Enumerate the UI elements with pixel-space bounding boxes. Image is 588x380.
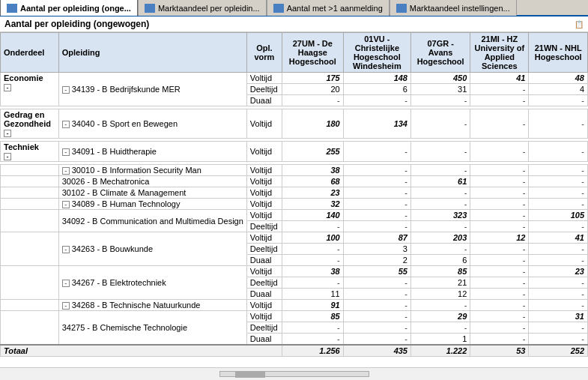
cell-value: 41 <box>470 73 529 84</box>
cell-value: 148 <box>343 73 410 84</box>
cell-value: - <box>529 334 588 346</box>
cell-value: - <box>529 199 588 210</box>
cell-value: - <box>343 187 410 199</box>
tab-marktaandeel-opleiding[interactable]: Marktaandeel per opleidin... <box>138 0 267 16</box>
cell-value: - <box>410 142 470 162</box>
cell-onderdeel <box>1 210 59 232</box>
cell-value: - <box>343 277 410 289</box>
cell-value: - <box>410 221 470 232</box>
cell-value: - <box>470 322 529 334</box>
scrollbar-thumb[interactable] <box>235 372 265 378</box>
cell-vorm: Duaal <box>246 95 282 106</box>
opl-collapse-icon[interactable]: - <box>62 201 70 208</box>
cell-vorm: Deeltijd <box>246 322 282 334</box>
cell-value: - <box>529 255 588 266</box>
opl-collapse-icon[interactable]: - <box>62 302 70 310</box>
cell-value: - <box>470 199 529 210</box>
cell-opleiding: - 34267 - B Elektrotechniek <box>58 266 246 300</box>
cell-value: - <box>529 95 588 106</box>
opl-collapse-icon[interactable]: - <box>62 121 70 128</box>
table-row: Economie-- 34139 - B Bedrijfskunde MERVo… <box>1 73 588 84</box>
table-row: - 30010 - B Information Security ManVolt… <box>1 165 588 176</box>
cell-value: - <box>470 210 529 221</box>
cell-onderdeel <box>1 300 59 311</box>
cell-value: - <box>343 142 410 162</box>
tab-aantal-aanmelding[interactable]: Aantal met >1 aanmelding <box>267 0 390 16</box>
opl-collapse-icon[interactable]: - <box>62 148 70 156</box>
tab-icon-1 <box>7 4 17 13</box>
cell-opleiding: 30026 - B Mechatronica <box>58 176 246 187</box>
cell-value: - <box>343 176 410 187</box>
horizontal-scrollbar[interactable] <box>0 367 588 379</box>
cell-opleiding: - 34091 - B Huidtherapie <box>58 142 246 162</box>
cell-value: - <box>343 199 410 210</box>
cell-value: 38 <box>282 165 343 176</box>
cell-onderdeel <box>1 176 59 187</box>
cell-value: - <box>470 311 529 322</box>
cell-value: - <box>470 109 529 139</box>
cell-value: - <box>470 95 529 106</box>
opl-collapse-icon[interactable]: - <box>62 246 70 253</box>
col-header-27um: 27UM - De Haagse Hogeschool <box>282 33 343 73</box>
cell-opleiding: - 34263 - B Bouwkunde <box>58 232 246 266</box>
opl-collapse-icon[interactable]: - <box>62 167 70 175</box>
col-header-oplvorm: Opl. vorm <box>246 33 282 73</box>
tab-label-4: Marktaandeel instellingen... <box>410 4 510 13</box>
cell-value: 6 <box>343 84 410 95</box>
cell-vorm: Duaal <box>246 289 282 300</box>
tab-aantal-opleiding[interactable]: Aantal per opleiding (onge... <box>0 0 138 16</box>
cell-value: - <box>470 266 529 277</box>
cell-value: - <box>343 322 410 334</box>
cell-opleiding: - 34268 - B Technische Natuurkunde <box>58 300 246 311</box>
tab-marktaandeel-instellingen[interactable]: Marktaandeel instellingen... <box>390 0 517 16</box>
cell-value: - <box>529 289 588 300</box>
cell-value: 2 <box>343 255 410 266</box>
table-row: - 34267 - B ElektrotechniekVoltijd385585… <box>1 266 588 277</box>
cell-onderdeel: Techniek- <box>1 142 59 162</box>
cell-value: 23 <box>282 187 343 199</box>
collapse-icon[interactable]: - <box>4 84 11 91</box>
cell-opleiding: - 34040 - B Sport en Bewegen <box>58 109 246 139</box>
cell-vorm: Voltijd <box>246 142 282 162</box>
cell-value: - <box>282 95 343 106</box>
cell-opleiding: 34092 - B Communication and Multimedia D… <box>58 210 246 232</box>
table-row: Gedrag en Gezondheid-- 34040 - B Sport e… <box>1 109 588 139</box>
cell-value: - <box>470 300 529 311</box>
collapse-icon[interactable]: - <box>4 153 11 160</box>
cell-value: - <box>470 255 529 266</box>
opl-collapse-icon[interactable]: - <box>62 280 70 287</box>
cell-vorm: Voltijd <box>246 210 282 221</box>
cell-vorm: Voltijd <box>246 176 282 187</box>
cell-vorm: Voltijd <box>246 300 282 311</box>
cell-value: - <box>282 322 343 334</box>
cell-value: - <box>343 95 410 106</box>
total-label: Totaal <box>1 345 282 357</box>
cell-onderdeel <box>1 266 59 300</box>
cell-value: 38 <box>282 266 343 277</box>
total-value: 1.222 <box>410 345 470 357</box>
cell-vorm: Voltijd <box>246 187 282 199</box>
cell-value: - <box>529 322 588 334</box>
tab-icon-2 <box>145 4 155 13</box>
cell-value: 91 <box>282 300 343 311</box>
opl-collapse-icon[interactable]: - <box>62 86 70 94</box>
collapse-icon[interactable]: - <box>4 130 11 137</box>
cell-value: - <box>282 334 343 346</box>
table-row: 30102 - B Climate & ManagementVoltijd23-… <box>1 187 588 199</box>
cell-value: - <box>470 289 529 300</box>
table-row: - 34268 - B Technische NatuurkundeVoltij… <box>1 300 588 311</box>
cell-value: - <box>410 244 470 255</box>
table-row: 34092 - B Communication and Multimedia D… <box>1 210 588 221</box>
scrollbar-track[interactable] <box>219 371 369 377</box>
cell-onderdeel: Economie- <box>1 73 59 106</box>
cell-value: 105 <box>529 210 588 221</box>
cell-value: - <box>470 165 529 176</box>
cell-value: - <box>529 176 588 187</box>
title-bar: Aantal per opleiding (ongewogen) 📋 <box>0 16 588 32</box>
cell-value: 31 <box>529 311 588 322</box>
export-icon[interactable]: 📋 <box>575 20 584 28</box>
table-row: - 34089 - B Human TechnologyVoltijd32---… <box>1 199 588 210</box>
col-header-07gr: 07GR - Avans Hogeschool <box>410 33 470 73</box>
total-value: 1.256 <box>282 345 343 357</box>
cell-vorm: Duaal <box>246 255 282 266</box>
